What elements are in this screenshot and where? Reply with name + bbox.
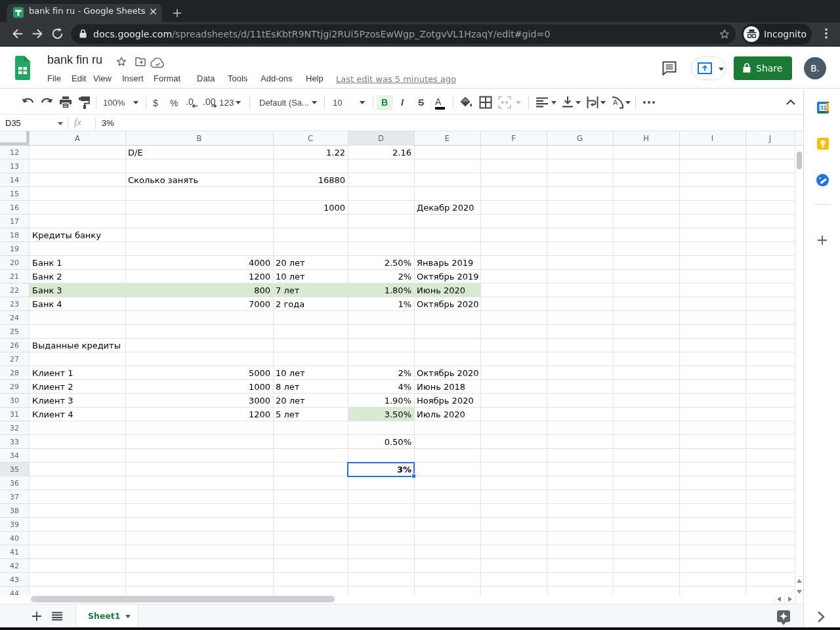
svg-text:31: 31 xyxy=(820,104,827,111)
svg-text:A: A xyxy=(613,98,618,106)
